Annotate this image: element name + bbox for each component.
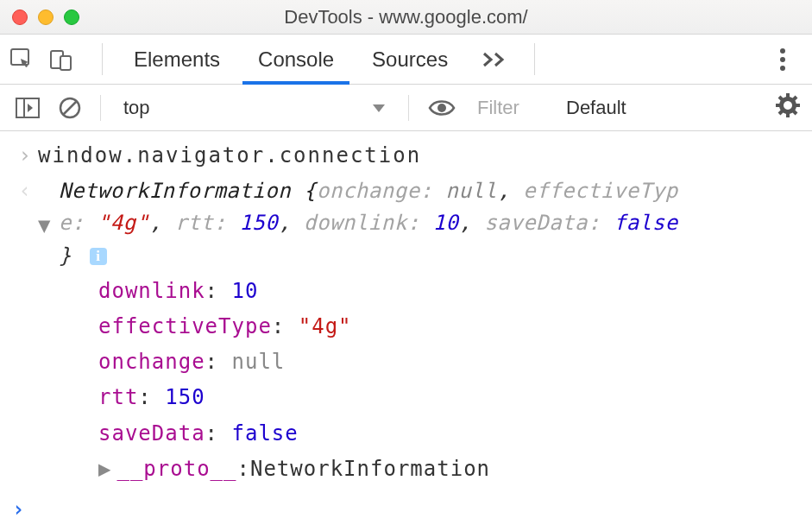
object-properties: downlink: 10 effectiveType: "4g" onchang… <box>59 272 800 485</box>
kebab-icon <box>779 47 786 72</box>
separator <box>408 95 409 121</box>
svg-point-10 <box>437 104 446 112</box>
log-level-selector[interactable]: Default <box>561 97 632 119</box>
proto-key: __proto__ <box>116 453 236 485</box>
gear-icon <box>776 93 800 117</box>
clear-console-button[interactable] <box>55 92 85 123</box>
svg-rect-2 <box>60 56 71 70</box>
svg-point-5 <box>780 66 785 71</box>
svg-line-15 <box>779 97 783 100</box>
console-output[interactable]: ▼ NetworkInformation {onchange: null, ef… <box>38 175 800 485</box>
chevron-down-icon <box>372 97 386 119</box>
proto-value: NetworkInformation <box>250 453 490 485</box>
svg-point-4 <box>780 57 785 62</box>
context-selector[interactable]: top <box>116 97 393 119</box>
more-tabs-button[interactable] <box>467 35 522 84</box>
inspect-element-icon[interactable] <box>10 48 35 71</box>
device-toolbar-icon[interactable] <box>50 48 72 71</box>
console-toolbar: top Default <box>0 85 812 131</box>
eye-icon <box>428 98 456 117</box>
show-sidebar-button[interactable] <box>12 92 43 123</box>
console-input-row: › window.navigator.connection <box>0 131 812 172</box>
panel-tabstrip: Elements Console Sources <box>0 35 812 85</box>
property-row[interactable]: rtt: 150 <box>98 378 800 414</box>
console-body: › window.navigator.connection ‹ ▼ Networ… <box>0 131 812 531</box>
property-row[interactable]: downlink: 10 <box>98 272 800 307</box>
property-row[interactable]: onchange: null <box>98 343 800 378</box>
console-settings-button[interactable] <box>776 93 800 123</box>
output-marker-icon: ‹ <box>12 175 38 207</box>
svg-line-17 <box>793 97 796 100</box>
titlebar: DevTools - www.google.com/ <box>0 0 812 35</box>
info-icon[interactable]: i <box>90 248 107 265</box>
separator <box>102 43 103 75</box>
sidebar-icon <box>16 98 40 118</box>
disclosure-triangle-icon[interactable]: ▼ <box>38 210 51 242</box>
tab-sources[interactable]: Sources <box>353 35 467 84</box>
window-title: DevTools - www.google.com/ <box>0 6 812 28</box>
tab-label: Console <box>258 47 334 72</box>
separator <box>100 95 101 121</box>
chevron-right-double-icon <box>482 52 507 67</box>
property-row[interactable]: saveData: false <box>98 414 800 450</box>
object-summary-line2: e: "4g", rtt: 150, downlink: 10, saveDat… <box>59 211 678 267</box>
svg-line-18 <box>779 111 783 114</box>
live-expression-button[interactable] <box>425 92 459 123</box>
input-marker-icon: › <box>12 140 38 172</box>
console-prompt[interactable]: › <box>0 485 812 531</box>
console-output-row: ‹ ▼ NetworkInformation {onchange: null, … <box>0 172 812 485</box>
close-window-button[interactable] <box>12 9 28 25</box>
svg-rect-7 <box>16 98 24 117</box>
filter-input[interactable] <box>471 93 549 123</box>
prompt-marker-icon: › <box>12 494 38 526</box>
ban-icon <box>59 97 81 119</box>
svg-line-9 <box>63 101 77 115</box>
svg-line-16 <box>793 111 796 114</box>
separator <box>534 43 535 75</box>
zoom-window-button[interactable] <box>64 9 79 25</box>
window-controls <box>0 9 79 25</box>
main-menu-button[interactable] <box>764 35 802 84</box>
minimize-window-button[interactable] <box>38 9 54 25</box>
console-command[interactable]: window.navigator.connection <box>38 140 800 172</box>
svg-point-3 <box>780 48 785 54</box>
tab-elements[interactable]: Elements <box>115 35 239 84</box>
proto-row[interactable]: ▶ __proto__: NetworkInformation <box>98 450 800 485</box>
tab-console[interactable]: Console <box>239 35 353 84</box>
tab-label: Sources <box>372 47 448 72</box>
disclosure-triangle-icon[interactable]: ▶ <box>98 453 111 485</box>
property-row[interactable]: effectiveType: "4g" <box>98 307 800 343</box>
object-summary-line1: NetworkInformation {onchange: null, effe… <box>59 179 678 203</box>
tab-label: Elements <box>134 47 220 72</box>
context-label: top <box>123 97 150 119</box>
